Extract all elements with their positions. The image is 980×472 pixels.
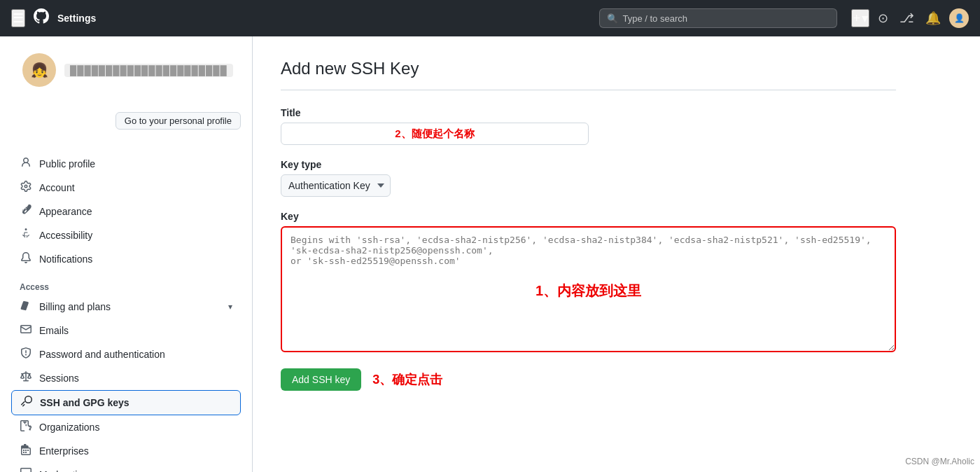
sidebar-item-label: Sessions: [39, 373, 79, 384]
search-bar[interactable]: 🔍 Type / to search: [599, 8, 837, 28]
enterprise-icon: [20, 444, 32, 458]
paintbrush-icon: [20, 204, 32, 218]
page-wrapper: 👧 ██████████████████████ Go to your pers…: [0, 36, 980, 472]
sidebar-item-moderation[interactable]: Moderation ▾: [11, 463, 241, 472]
top-navigation: ☰ Settings 🔍 Type / to search +▾ ⊙ ⎇ 🔔 👤: [0, 0, 980, 36]
access-section-label: Access: [11, 277, 241, 295]
sidebar-item-label: Moderation: [39, 469, 88, 472]
main-content: Add new SSH Key Title 2、随便起个名称 Key type …: [252, 36, 924, 472]
github-logo-icon: [34, 8, 49, 28]
sidebar-item-label: Public profile: [39, 158, 95, 169]
sidebar-item-account[interactable]: Account: [11, 176, 241, 200]
user-avatar[interactable]: 👤: [949, 8, 969, 28]
sidebar-item-ssh-gpg[interactable]: SSH and GPG keys: [11, 390, 241, 415]
new-item-button[interactable]: +▾: [851, 9, 869, 27]
search-placeholder-text: Type / to search: [622, 13, 687, 24]
key-type-label: Key type: [281, 159, 896, 170]
sidebar: 👧 ██████████████████████ Go to your pers…: [0, 36, 252, 472]
page-title: Add new SSH Key: [281, 59, 896, 90]
sessions-icon: [20, 371, 32, 385]
issues-icon[interactable]: ⊙: [875, 8, 891, 29]
sidebar-item-notifications[interactable]: Notifications: [11, 247, 241, 271]
org-icon: [20, 420, 32, 434]
bell-icon: [20, 252, 32, 266]
sidebar-item-label: Billing and plans: [39, 301, 111, 312]
sidebar-username: ██████████████████████: [64, 64, 233, 77]
settings-title: Settings: [57, 13, 96, 24]
sidebar-item-password-auth[interactable]: Password and authentication: [11, 342, 241, 366]
person-icon: [20, 157, 32, 171]
sidebar-item-billing[interactable]: Billing and plans ▾: [11, 295, 241, 319]
sidebar-item-sessions[interactable]: Sessions: [11, 366, 241, 390]
sidebar-item-label: Emails: [39, 325, 69, 336]
accessibility-icon: [20, 228, 32, 242]
key-textarea-wrapper: 1、内容放到这里: [281, 226, 896, 354]
title-input-wrapper: 2、随便起个名称: [281, 123, 589, 145]
sidebar-profile-row: 👧 ██████████████████████: [11, 53, 241, 101]
key-textarea[interactable]: [281, 226, 896, 352]
key-type-form-group: Key type Authentication Key Signing Key: [281, 159, 896, 197]
key-icon: [20, 396, 33, 410]
nav-actions: +▾ ⊙ ⎇ 🔔 👤: [851, 8, 969, 29]
billing-icon: [20, 300, 32, 314]
key-form-group: Key 1、内容放到这里: [281, 211, 896, 354]
add-ssh-key-button[interactable]: Add SSH key: [281, 368, 361, 391]
key-label: Key: [281, 211, 896, 222]
sidebar-item-label: Notifications: [39, 254, 92, 265]
sidebar-org-nav: Organizations Enterprises Moderation ▾: [11, 415, 241, 472]
sidebar-item-label: Password and authentication: [39, 349, 165, 360]
chevron-down-icon: ▾: [228, 302, 232, 312]
sidebar-item-organizations[interactable]: Organizations: [11, 415, 241, 439]
sidebar-item-enterprises[interactable]: Enterprises: [11, 439, 241, 463]
sidebar-item-emails[interactable]: Emails: [11, 319, 241, 342]
sidebar-item-accessibility[interactable]: Accessibility: [11, 223, 241, 247]
sidebar-item-label: Appearance: [39, 206, 92, 217]
key-type-select[interactable]: Authentication Key Signing Key: [281, 174, 391, 197]
add-ssh-btn-wrapper: Add SSH key 3、确定点击: [281, 368, 896, 391]
shield-icon: [20, 347, 32, 361]
sidebar-item-label: Account: [39, 182, 75, 193]
sidebar-item-label: Accessibility: [39, 230, 92, 241]
moderation-icon: [20, 468, 32, 472]
sidebar-main-nav: Public profile Account Appearance Access…: [11, 152, 241, 271]
sidebar-item-public-profile[interactable]: Public profile: [11, 152, 241, 176]
watermark: CSDN @Mr.Aholic: [905, 457, 974, 466]
btn-annotation: 3、确定点击: [372, 371, 442, 388]
title-form-group: Title 2、随便起个名称: [281, 107, 896, 145]
title-label: Title: [281, 107, 896, 118]
sidebar-item-label: SSH and GPG keys: [40, 397, 130, 408]
email-icon: [20, 324, 32, 338]
gear-icon: [20, 181, 32, 195]
title-input[interactable]: [281, 123, 589, 145]
go-to-profile-button[interactable]: Go to your personal profile: [115, 112, 241, 130]
hamburger-menu-icon[interactable]: ☰: [11, 9, 25, 27]
sidebar-avatar: 👧: [22, 53, 56, 87]
sidebar-item-label: Enterprises: [39, 445, 89, 457]
search-icon: 🔍: [607, 13, 618, 24]
sidebar-item-label: Organizations: [39, 422, 99, 433]
sidebar-profile: 👧 ██████████████████████: [17, 53, 239, 87]
pull-requests-icon[interactable]: ⎇: [897, 8, 917, 29]
sidebar-item-appearance[interactable]: Appearance: [11, 200, 241, 223]
sidebar-access-nav: Billing and plans ▾ Emails Password and …: [11, 295, 241, 415]
notifications-icon[interactable]: 🔔: [923, 8, 944, 29]
